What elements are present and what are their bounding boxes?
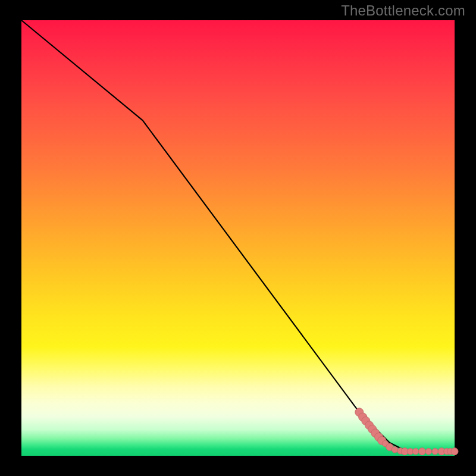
chart-overlay xyxy=(21,20,455,456)
scatter-point xyxy=(432,449,438,455)
trend-line xyxy=(21,20,455,452)
scatter-point xyxy=(412,449,418,455)
attribution-label: TheBottleneck.com xyxy=(341,2,465,19)
scatter-point xyxy=(425,449,431,455)
scatter-point xyxy=(451,448,458,455)
plot-area xyxy=(21,20,455,456)
chart-stage: TheBottleneck.com xyxy=(0,0,476,476)
scatter-point xyxy=(392,447,397,453)
scatter-point xyxy=(418,448,425,455)
scatter-group xyxy=(355,408,458,455)
